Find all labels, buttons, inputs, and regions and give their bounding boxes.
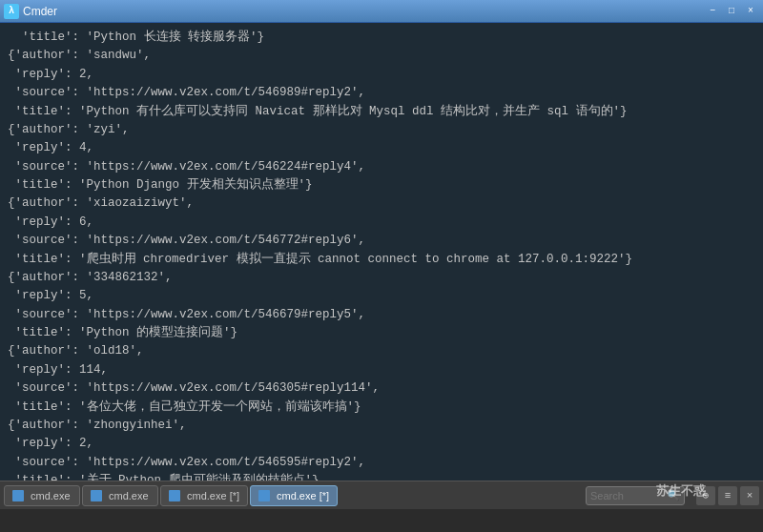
minimize-button[interactable]: − xyxy=(704,4,721,19)
terminal-line: 'source': 'https://www.v2ex.com/t/546305… xyxy=(8,379,755,398)
close-button[interactable]: × xyxy=(742,4,759,19)
cmd-icon xyxy=(258,490,270,501)
terminal-line: 'reply': 114, xyxy=(8,361,755,379)
tab-label: cmd.exe [*] xyxy=(187,490,239,501)
taskbar-tab-3[interactable]: cmd.exe [*] xyxy=(250,485,338,506)
terminal-line: 'reply': 6, xyxy=(8,214,755,232)
terminal-output: 'title': 'Python 长连接 转接服务器'}{'author': '… xyxy=(0,23,763,481)
taskbar-tab-2[interactable]: cmd.exe [*] xyxy=(160,485,248,506)
cmd-icon xyxy=(12,490,24,501)
terminal-line: 'source': 'https://www.v2ex.com/t/546989… xyxy=(8,84,755,102)
terminal-line: {'author': 'zyi', xyxy=(8,121,755,139)
tab-label: cmd.exe xyxy=(31,490,71,501)
terminal-line: 'title': '关于 Python 爬虫可能涉及到的技能点'} xyxy=(8,472,755,481)
tray-icon-2[interactable]: ≡ xyxy=(718,486,737,505)
taskbar: cmd.execmd.execmd.exe [*]cmd.exe [*] 🔍 ⊕… xyxy=(0,481,763,509)
search-input[interactable] xyxy=(590,490,667,501)
terminal-line: 'source': 'https://www.v2ex.com/t/546772… xyxy=(8,232,755,250)
terminal-line: 'source': 'https://www.v2ex.com/t/546679… xyxy=(8,306,755,324)
window-controls: − □ × xyxy=(704,4,759,19)
tabs-container: cmd.execmd.execmd.exe [*]cmd.exe [*] xyxy=(4,485,338,506)
terminal-line: 'reply': 2, xyxy=(8,435,755,453)
watermark: 苏生不惑 xyxy=(656,482,706,500)
terminal-line: 'title': 'Python 有什么库可以支持同 Navicat 那样比对 … xyxy=(8,103,755,121)
terminal-line: 'reply': 2, xyxy=(8,66,755,84)
maximize-button[interactable]: □ xyxy=(723,4,740,19)
terminal-line: {'author': '334862132', xyxy=(8,269,755,287)
terminal-line: 'reply': 4, xyxy=(8,139,755,157)
title-bar: λ Cmder − □ × xyxy=(0,0,763,23)
terminal-line: {'author': 'old18', xyxy=(8,342,755,360)
terminal-line: {'author': 'xiaozaiziwyt', xyxy=(8,194,755,213)
window-title: Cmder xyxy=(23,5,57,18)
cmd-icon xyxy=(169,490,180,501)
terminal-line: 'title': 'Python Django 开发相关知识点整理'} xyxy=(8,176,755,194)
terminal-line: 'title': '爬虫时用 chromedriver 模拟一直提示 canno… xyxy=(8,251,755,269)
terminal-line: 'title': 'Python 长连接 转接服务器'} xyxy=(8,29,755,47)
terminal-line: 'source': 'https://www.v2ex.com/t/546224… xyxy=(8,158,755,176)
terminal-line: 'reply': 5, xyxy=(8,287,755,305)
cmd-icon xyxy=(91,490,102,501)
tab-label: cmd.exe [*] xyxy=(277,490,329,501)
app-icon: λ xyxy=(4,4,19,19)
tray-icon-3[interactable]: × xyxy=(740,486,759,505)
title-bar-left: λ Cmder xyxy=(4,4,57,19)
taskbar-tab-1[interactable]: cmd.exe xyxy=(82,485,158,506)
terminal-line: 'title': 'Python 的模型连接问题'} xyxy=(8,324,755,342)
taskbar-tab-0[interactable]: cmd.exe xyxy=(4,485,80,506)
terminal-line: 'source': 'https://www.v2ex.com/t/546595… xyxy=(8,454,755,472)
terminal-line: 'title': '各位大佬，自己独立开发一个网站，前端该咋搞'} xyxy=(8,399,755,417)
tab-label: cmd.exe xyxy=(109,490,149,501)
terminal-line: {'author': 'zhongyinhei', xyxy=(8,417,755,435)
terminal-line: {'author': 'sandwu', xyxy=(8,47,755,65)
